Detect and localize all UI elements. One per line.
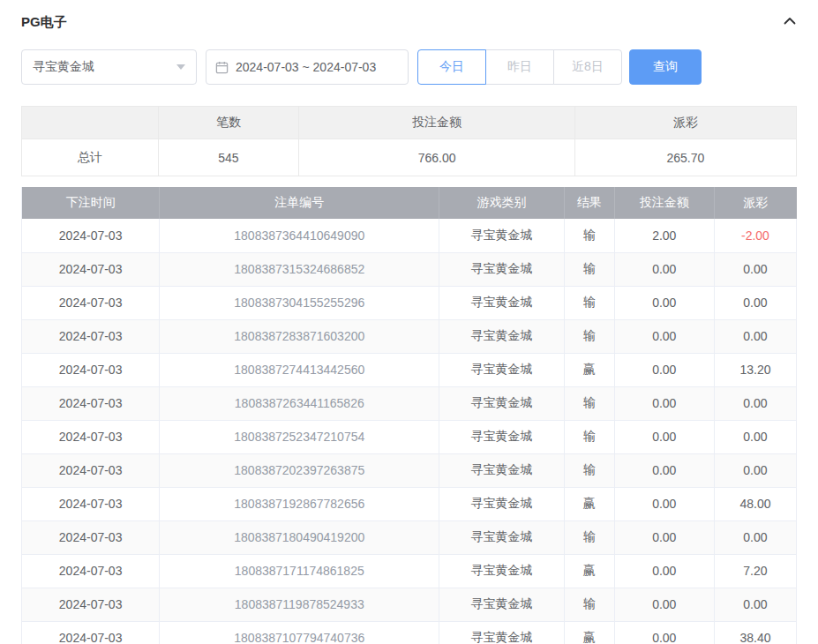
cell-date: 2024-07-03 [22, 286, 160, 319]
cell-result: 输 [564, 286, 614, 319]
cell-game: 寻宝黄金城 [439, 588, 564, 621]
table-row: 2024-07-03 1808387274413442560 寻宝黄金城 赢 0… [22, 353, 797, 386]
quick-date-button-group: 今日 昨日 近8日 [417, 49, 622, 85]
summary-header-row: 笔数 投注金额 派彩 [22, 107, 797, 139]
cell-game: 寻宝黄金城 [439, 386, 564, 420]
cell-result: 输 [564, 420, 614, 453]
cell-bet-amount: 0.00 [614, 286, 714, 319]
bet-table-header-row: 下注时间 注单编号 游戏类别 结果 投注金额 派彩 [22, 187, 797, 219]
cell-game: 寻宝黄金城 [439, 219, 564, 252]
bet-table-body: 2024-07-03 1808387364410649090 寻宝黄金城 输 2… [22, 219, 797, 644]
chevron-up-icon [783, 14, 797, 31]
cell-date: 2024-07-03 [22, 219, 160, 252]
search-button[interactable]: 查询 [629, 49, 702, 85]
collapse-button[interactable] [783, 14, 797, 31]
cell-bet-amount: 0.00 [614, 487, 714, 520]
cell-game: 寻宝黄金城 [439, 621, 564, 644]
report-panel: PG电子 寻宝黄金城 2024-07-03 ~ 2024-07-03 今日 昨日… [0, 0, 818, 644]
table-row: 2024-07-03 1808387263441165826 寻宝黄金城 输 0… [22, 386, 797, 420]
cell-result: 赢 [564, 554, 614, 588]
filter-bar: 寻宝黄金城 2024-07-03 ~ 2024-07-03 今日 昨日 近8日 … [21, 49, 797, 85]
summary-total-label: 总计 [22, 139, 159, 176]
cell-order-id: 1808387107794740736 [160, 621, 439, 644]
cell-date: 2024-07-03 [22, 621, 160, 644]
chevron-down-icon [176, 64, 185, 70]
cell-result: 赢 [564, 353, 614, 386]
cell-payout: 0.00 [714, 420, 796, 453]
cell-game: 寻宝黄金城 [439, 420, 564, 453]
cell-order-id: 1808387202397263875 [160, 453, 439, 487]
cell-result: 赢 [564, 487, 614, 520]
cell-game: 寻宝黄金城 [439, 286, 564, 319]
summary-total-row: 总计 545 766.00 265.70 [22, 139, 797, 176]
cell-order-id: 1808387283871603200 [160, 319, 439, 353]
date-range-input[interactable]: 2024-07-03 ~ 2024-07-03 [206, 49, 409, 85]
cell-order-id: 1808387252347210754 [160, 420, 439, 453]
table-row: 2024-07-03 1808387202397263875 寻宝黄金城 输 0… [22, 453, 797, 487]
game-select[interactable]: 寻宝黄金城 [21, 49, 197, 85]
calendar-icon [215, 61, 229, 74]
cell-game: 寻宝黄金城 [439, 252, 564, 286]
cell-bet-amount: 0.00 [614, 420, 714, 453]
col-header-game: 游戏类别 [439, 187, 564, 219]
summary-header-blank [22, 107, 159, 139]
cell-payout: 13.20 [714, 353, 796, 386]
cell-result: 输 [564, 252, 614, 286]
yesterday-button[interactable]: 昨日 [485, 49, 554, 85]
summary-total-payout: 265.70 [574, 139, 796, 176]
cell-date: 2024-07-03 [22, 386, 160, 420]
cell-bet-amount: 0.00 [614, 520, 714, 554]
today-button[interactable]: 今日 [417, 49, 486, 85]
cell-result: 输 [564, 453, 614, 487]
cell-date: 2024-07-03 [22, 353, 160, 386]
cell-bet-amount: 0.00 [614, 252, 714, 286]
cell-bet-amount: 0.00 [614, 386, 714, 420]
summary-header-payout: 派彩 [574, 107, 796, 139]
panel-header: PG电子 [21, 12, 797, 32]
summary-total-count: 545 [158, 139, 299, 176]
cell-bet-amount: 2.00 [614, 219, 714, 252]
cell-date: 2024-07-03 [22, 420, 160, 453]
cell-payout: 0.00 [714, 386, 796, 420]
col-header-bet: 投注金额 [614, 187, 714, 219]
cell-result: 输 [564, 588, 614, 621]
cell-game: 寻宝黄金城 [439, 453, 564, 487]
table-row: 2024-07-03 1808387107794740736 寻宝黄金城 赢 0… [22, 621, 797, 644]
cell-bet-amount: 0.00 [614, 453, 714, 487]
cell-game: 寻宝黄金城 [439, 520, 564, 554]
table-row: 2024-07-03 1808387192867782656 寻宝黄金城 赢 0… [22, 487, 797, 520]
summary-header-count: 笔数 [158, 107, 299, 139]
col-header-id: 注单编号 [160, 187, 439, 219]
last8days-button[interactable]: 近8日 [553, 49, 622, 85]
cell-payout: -2.00 [714, 219, 796, 252]
col-header-result: 结果 [564, 187, 614, 219]
cell-bet-amount: 0.00 [614, 353, 714, 386]
cell-payout: 0.00 [714, 319, 796, 353]
col-header-payout: 派彩 [714, 187, 796, 219]
cell-date: 2024-07-03 [22, 252, 160, 286]
cell-game: 寻宝黄金城 [439, 353, 564, 386]
cell-bet-amount: 0.00 [614, 621, 714, 644]
date-range-value: 2024-07-03 ~ 2024-07-03 [236, 60, 376, 74]
table-row: 2024-07-03 1808387364410649090 寻宝黄金城 输 2… [22, 219, 797, 252]
cell-order-id: 1808387263441165826 [160, 386, 439, 420]
cell-game: 寻宝黄金城 [439, 487, 564, 520]
cell-bet-amount: 0.00 [614, 554, 714, 588]
table-row: 2024-07-03 1808387119878524933 寻宝黄金城 输 0… [22, 588, 797, 621]
cell-result: 输 [564, 520, 614, 554]
cell-game: 寻宝黄金城 [439, 554, 564, 588]
cell-date: 2024-07-03 [22, 588, 160, 621]
cell-order-id: 1808387180490419200 [160, 520, 439, 554]
game-select-value: 寻宝黄金城 [33, 59, 94, 75]
cell-payout: 38.40 [714, 621, 796, 644]
bet-table: 下注时间 注单编号 游戏类别 结果 投注金额 派彩 2024-07-03 180… [21, 187, 797, 644]
table-row: 2024-07-03 1808387304155255296 寻宝黄金城 输 0… [22, 286, 797, 319]
table-row: 2024-07-03 1808387180490419200 寻宝黄金城 输 0… [22, 520, 797, 554]
cell-result: 赢 [564, 621, 614, 644]
cell-date: 2024-07-03 [22, 520, 160, 554]
table-row: 2024-07-03 1808387283871603200 寻宝黄金城 输 0… [22, 319, 797, 353]
cell-date: 2024-07-03 [22, 453, 160, 487]
table-row: 2024-07-03 1808387171174861825 寻宝黄金城 赢 0… [22, 554, 797, 588]
cell-order-id: 1808387274413442560 [160, 353, 439, 386]
cell-order-id: 1808387315324686852 [160, 252, 439, 286]
